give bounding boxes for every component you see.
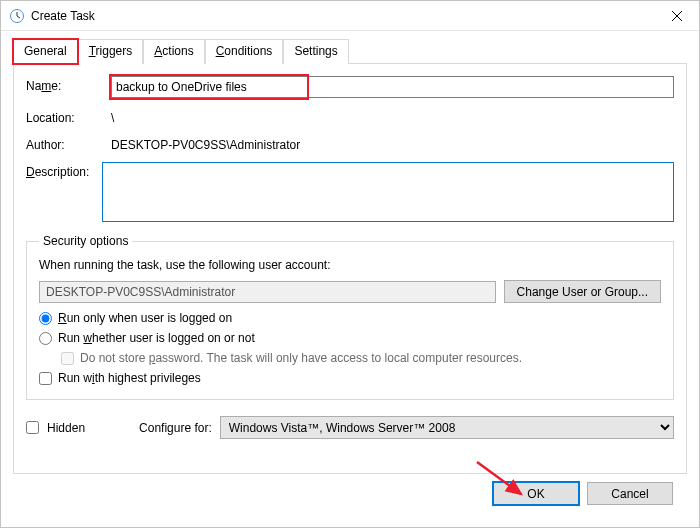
tab-triggers[interactable]: Triggers xyxy=(78,39,144,64)
tab-body-general: Name: Location: \ Author: DESKTOP-PV0C9S… xyxy=(13,64,687,474)
tab-strip: General Triggers Actions Conditions Sett… xyxy=(13,39,687,64)
close-icon xyxy=(672,11,682,21)
tab-conditions[interactable]: Conditions xyxy=(205,39,284,64)
run-whether-radio[interactable] xyxy=(39,332,52,345)
description-label: Description: xyxy=(26,162,92,179)
no-store-password-label: Do not store password. The task will onl… xyxy=(80,351,522,365)
cancel-button[interactable]: Cancel xyxy=(587,482,673,505)
location-value: \ xyxy=(111,108,114,125)
configure-for-label: Configure for: xyxy=(139,421,212,435)
name-label: Name: xyxy=(26,76,101,93)
create-task-window: Create Task General Triggers Actions Con… xyxy=(0,0,700,528)
author-value: DESKTOP-PV0C9SS\Administrator xyxy=(111,135,300,152)
configure-for-select[interactable]: Windows Vista™, Windows Server™ 2008 xyxy=(220,416,674,439)
name-input[interactable] xyxy=(111,76,674,98)
run-logged-on-radio[interactable] xyxy=(39,312,52,325)
dialog-content: General Triggers Actions Conditions Sett… xyxy=(1,31,699,527)
ok-button[interactable]: OK xyxy=(493,482,579,505)
hidden-checkbox[interactable] xyxy=(26,421,39,434)
location-label: Location: xyxy=(26,108,101,125)
description-input[interactable] xyxy=(102,162,674,222)
security-legend: Security options xyxy=(39,234,132,248)
run-logged-on-label[interactable]: Run only when user is logged on xyxy=(58,311,232,325)
dialog-button-row: OK Cancel xyxy=(13,474,687,517)
tab-actions[interactable]: Actions xyxy=(143,39,204,64)
security-prompt: When running the task, use the following… xyxy=(39,258,661,272)
clock-icon xyxy=(9,8,25,24)
highest-privileges-checkbox[interactable] xyxy=(39,372,52,385)
no-store-password-checkbox xyxy=(61,352,74,365)
titlebar: Create Task xyxy=(1,1,699,31)
change-user-button[interactable]: Change User or Group... xyxy=(504,280,661,303)
highest-privileges-label[interactable]: Run with highest privileges xyxy=(58,371,201,385)
author-label: Author: xyxy=(26,135,101,152)
run-whether-label[interactable]: Run whether user is logged on or not xyxy=(58,331,255,345)
window-title: Create Task xyxy=(31,9,654,23)
hidden-label[interactable]: Hidden xyxy=(47,421,85,435)
tab-settings[interactable]: Settings xyxy=(283,39,348,64)
security-user-display: DESKTOP-PV0C9SS\Administrator xyxy=(39,281,496,303)
tab-general[interactable]: General xyxy=(13,39,78,64)
close-button[interactable] xyxy=(654,1,699,31)
security-options-group: Security options When running the task, … xyxy=(26,234,674,400)
